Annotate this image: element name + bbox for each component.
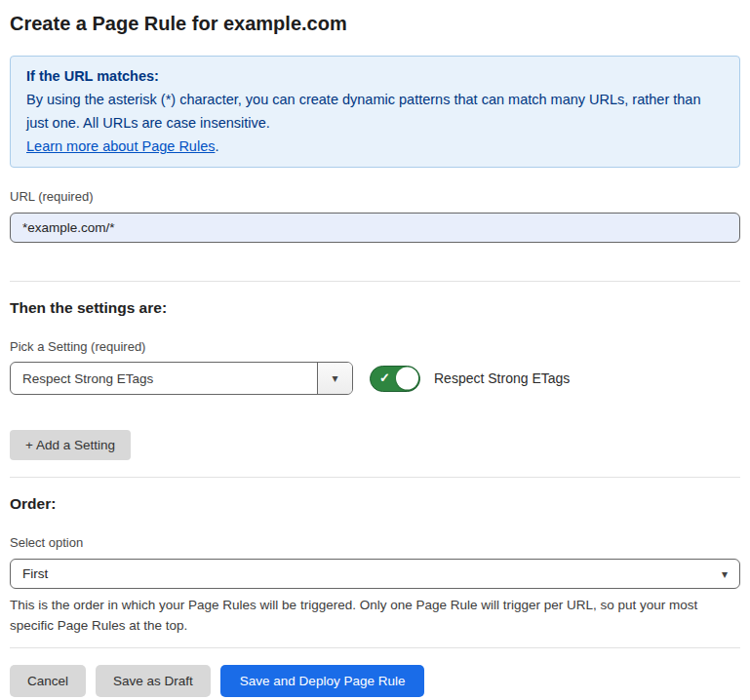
page-title: Create a Page Rule for example.com <box>10 12 740 35</box>
url-match-info-box: If the URL matches: By using the asteris… <box>10 56 740 168</box>
url-input[interactable] <box>10 213 740 243</box>
setting-select[interactable]: Respect Strong ETags ▾ <box>10 362 353 395</box>
divider <box>10 477 740 478</box>
cancel-button[interactable]: Cancel <box>10 665 86 697</box>
order-select[interactable]: First ▾ <box>10 559 740 589</box>
chevron-down-icon: ▾ <box>722 567 728 581</box>
setting-select-arrow[interactable]: ▾ <box>317 363 352 394</box>
order-help-text: This is the order in which your Page Rul… <box>10 595 731 636</box>
toggle-label: Respect Strong ETags <box>434 370 570 386</box>
info-box-heading: If the URL matches: <box>26 64 724 88</box>
learn-more-link[interactable]: Learn more about Page Rules <box>26 138 215 154</box>
info-box-body: By using the asterisk (*) character, you… <box>26 88 724 135</box>
url-label: URL (required) <box>10 189 740 204</box>
add-setting-button[interactable]: + Add a Setting <box>10 430 131 460</box>
order-select-label: Select option <box>10 535 740 550</box>
setting-row: Respect Strong ETags ▾ ✓ Respect Strong … <box>10 362 740 395</box>
info-box-link-line: Learn more about Page Rules. <box>26 135 724 158</box>
order-heading: Order: <box>10 495 740 513</box>
link-suffix: . <box>215 138 218 154</box>
toggle-knob <box>396 368 418 390</box>
setting-select-value: Respect Strong ETags <box>11 363 317 394</box>
page-rule-form: Create a Page Rule for example.com If th… <box>0 12 750 700</box>
save-deploy-button[interactable]: Save and Deploy Page Rule <box>220 665 425 697</box>
chevron-down-icon: ▾ <box>332 371 337 385</box>
pick-setting-label: Pick a Setting (required) <box>10 339 740 354</box>
setting-toggle[interactable]: ✓ <box>370 366 420 392</box>
divider <box>10 281 740 282</box>
setting-toggle-group: ✓ Respect Strong ETags <box>370 366 570 392</box>
form-actions: Cancel Save as Draft Save and Deploy Pag… <box>10 665 740 700</box>
order-select-value: First <box>22 566 48 581</box>
settings-heading: Then the settings are: <box>10 299 740 317</box>
divider <box>10 647 740 648</box>
save-draft-button[interactable]: Save as Draft <box>96 665 211 697</box>
check-icon: ✓ <box>379 371 390 384</box>
